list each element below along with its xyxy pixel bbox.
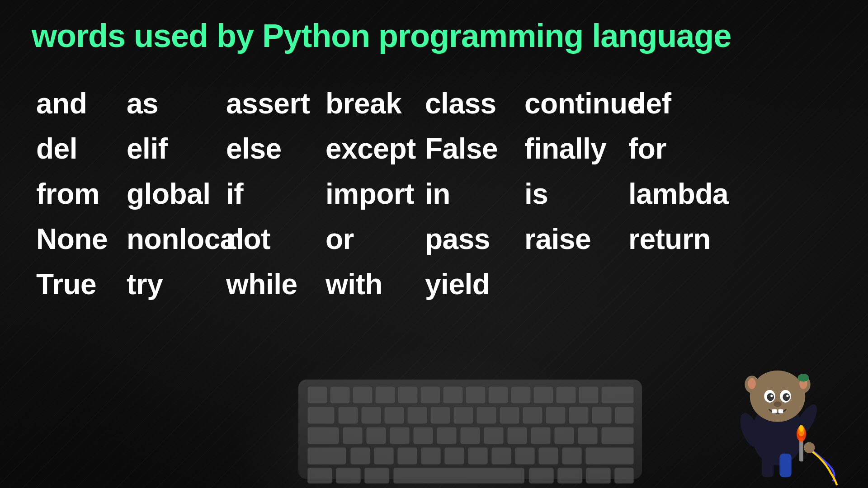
svg-point-79 — [767, 393, 774, 401]
keyword-empty-1 — [524, 262, 628, 307]
svg-rect-38 — [531, 427, 551, 444]
svg-rect-20 — [430, 407, 450, 424]
svg-rect-2 — [330, 386, 350, 404]
svg-rect-63 — [762, 454, 774, 478]
svg-rect-5 — [398, 386, 418, 404]
svg-rect-7 — [443, 386, 463, 404]
svg-rect-28 — [615, 407, 634, 424]
svg-point-80 — [783, 393, 790, 401]
svg-rect-49 — [491, 447, 511, 465]
svg-rect-36 — [484, 427, 504, 444]
keyword-from: from — [36, 171, 127, 216]
svg-point-71 — [750, 371, 806, 422]
mascot-character — [714, 316, 841, 488]
svg-rect-43 — [350, 447, 370, 465]
svg-rect-27 — [592, 407, 612, 424]
svg-rect-4 — [375, 386, 395, 404]
svg-rect-56 — [364, 468, 389, 483]
svg-point-76 — [798, 374, 809, 382]
svg-rect-34 — [437, 427, 457, 444]
keyword-false: False — [425, 126, 524, 171]
keyword-nonlocal: nonlocal — [127, 216, 226, 262]
svg-rect-24 — [523, 407, 542, 424]
svg-rect-11 — [533, 386, 553, 404]
svg-rect-84 — [772, 409, 777, 413]
svg-rect-52 — [562, 447, 582, 465]
svg-rect-6 — [420, 386, 440, 404]
keyword-finally: finally — [524, 126, 628, 171]
svg-rect-13 — [579, 386, 599, 404]
svg-rect-17 — [361, 407, 381, 424]
keyboard-decoration — [289, 361, 651, 488]
svg-rect-53 — [585, 447, 634, 465]
keyword-return: return — [628, 216, 719, 262]
svg-rect-48 — [468, 447, 488, 465]
main-content: words used by Python programming languag… — [0, 0, 868, 307]
keyword-empty-2 — [628, 262, 719, 307]
keyword-try: try — [127, 262, 226, 307]
svg-rect-10 — [511, 386, 531, 404]
keyword-in: in — [425, 171, 524, 216]
svg-rect-40 — [578, 427, 598, 444]
svg-rect-50 — [515, 447, 535, 465]
keyword-as: as — [127, 81, 226, 126]
svg-point-86 — [804, 442, 815, 453]
svg-rect-14 — [601, 386, 634, 404]
svg-rect-35 — [460, 427, 480, 444]
svg-point-74 — [748, 378, 756, 389]
svg-rect-41 — [601, 427, 634, 444]
svg-rect-51 — [538, 447, 558, 465]
svg-rect-15 — [307, 407, 335, 424]
keyword-yield: yield — [425, 262, 524, 307]
keyword-if: if — [226, 171, 326, 216]
keywords-grid: and as assert break class continue def d… — [32, 81, 836, 307]
keyword-is: is — [524, 171, 628, 216]
keyword-lambda: lambda — [628, 171, 719, 216]
svg-rect-58 — [529, 468, 554, 483]
svg-rect-61 — [614, 468, 634, 483]
svg-rect-32 — [390, 427, 410, 444]
svg-rect-23 — [500, 407, 519, 424]
svg-rect-8 — [466, 386, 486, 404]
keyword-global: global — [127, 171, 226, 216]
svg-rect-33 — [413, 427, 433, 444]
keyword-import: import — [326, 171, 425, 216]
keyword-for: for — [628, 126, 719, 171]
svg-rect-55 — [336, 468, 361, 483]
svg-rect-37 — [507, 427, 527, 444]
svg-point-70 — [799, 425, 803, 432]
keyword-none: None — [36, 216, 127, 262]
keyword-while: while — [226, 262, 326, 307]
svg-rect-30 — [343, 427, 363, 444]
svg-rect-3 — [353, 386, 373, 404]
svg-rect-1 — [307, 386, 327, 404]
keyword-or: or — [326, 216, 425, 262]
page-title: words used by Python programming languag… — [32, 18, 836, 54]
keyword-and: and — [36, 81, 127, 126]
svg-rect-46 — [421, 447, 441, 465]
svg-rect-64 — [779, 454, 791, 478]
keyword-continue: continue — [524, 81, 628, 126]
keyword-pass: pass — [425, 216, 524, 262]
svg-point-83 — [774, 401, 782, 407]
svg-rect-60 — [586, 468, 611, 483]
svg-rect-25 — [546, 407, 566, 424]
svg-rect-47 — [444, 447, 464, 465]
svg-rect-59 — [557, 468, 582, 483]
svg-rect-26 — [569, 407, 589, 424]
svg-rect-57 — [393, 468, 524, 483]
keyword-raise: raise — [524, 216, 628, 262]
svg-rect-18 — [384, 407, 404, 424]
svg-rect-16 — [338, 407, 358, 424]
keyword-del: del — [36, 126, 127, 171]
keyword-else: else — [226, 126, 326, 171]
svg-rect-54 — [307, 468, 332, 483]
keyword-assert: assert — [226, 81, 326, 126]
keyword-elif: elif — [127, 126, 226, 171]
keyword-not: not — [226, 216, 326, 262]
svg-point-81 — [770, 394, 773, 397]
svg-rect-19 — [407, 407, 427, 424]
keyword-break: break — [326, 81, 425, 126]
svg-rect-29 — [307, 427, 339, 444]
svg-rect-12 — [556, 386, 576, 404]
